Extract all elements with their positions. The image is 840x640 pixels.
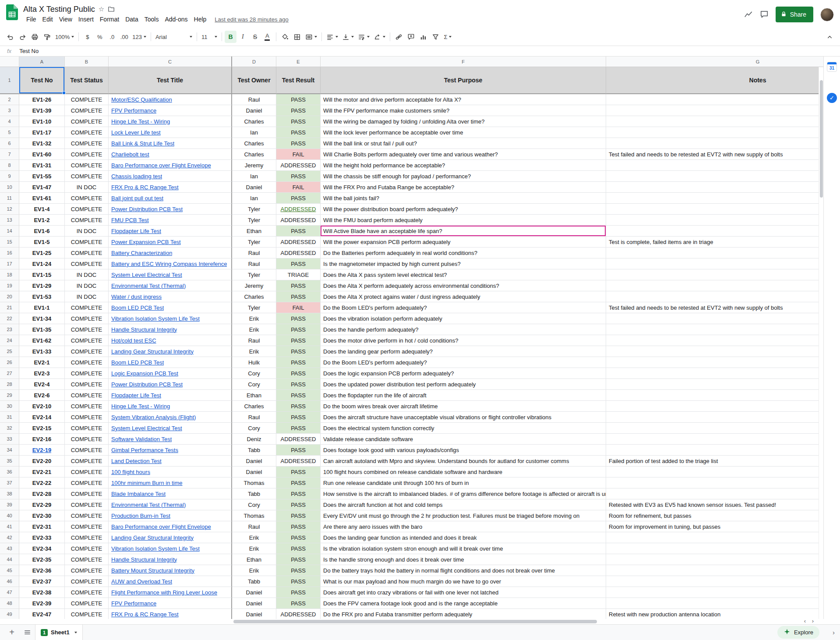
cell-test-status[interactable]: COMPLETE bbox=[65, 193, 109, 204]
cell-test-title[interactable]: Environmental Test (Thermal) bbox=[109, 499, 232, 510]
cell-test-purpose[interactable]: Will the ball link or strut fail / pull … bbox=[321, 138, 606, 149]
cell-test-result[interactable]: PASS bbox=[276, 521, 321, 532]
cell-test-title[interactable]: Power Distribution PCB Test bbox=[109, 379, 232, 390]
cell-test-purpose[interactable]: Will the wiring be damaged by folding / … bbox=[321, 116, 606, 127]
side-panel-collapse-chevron[interactable]: › bbox=[833, 629, 835, 636]
row-number[interactable]: 7 bbox=[0, 149, 19, 160]
vertical-scrollbar[interactable] bbox=[819, 67, 823, 619]
cell-test-purpose[interactable]: Will the FPV performance make customers … bbox=[321, 105, 606, 116]
cell-test-result[interactable]: ADDRESSED bbox=[276, 434, 321, 445]
row-number[interactable]: 25 bbox=[0, 346, 19, 357]
row-number[interactable]: 40 bbox=[0, 510, 19, 521]
cell-test-owner[interactable]: Daniel bbox=[232, 467, 276, 477]
cell-test-purpose[interactable]: Do the battery trays hold the battery in… bbox=[321, 565, 606, 576]
vertical-scrollbar-thumb[interactable] bbox=[820, 80, 823, 198]
cell-test-no[interactable]: EV2-22 bbox=[19, 477, 65, 488]
cell-test-purpose[interactable]: Is the handle strong enough and does it … bbox=[321, 554, 606, 565]
cell-test-no[interactable]: EV1-26 bbox=[19, 94, 65, 105]
cell-test-status[interactable]: COMPLETE bbox=[65, 160, 109, 171]
cell-test-status[interactable]: COMPLETE bbox=[65, 445, 109, 456]
row-number[interactable]: 21 bbox=[0, 302, 19, 313]
cell-test-purpose[interactable]: Are there any aero issues with the baro bbox=[321, 521, 606, 532]
cell-test-title[interactable]: 100hr minimum Burn in time bbox=[109, 477, 232, 488]
cell-test-no[interactable]: EV1-55 bbox=[19, 171, 65, 182]
add-sheet-button[interactable]: + bbox=[4, 626, 19, 639]
cell-notes[interactable] bbox=[606, 543, 823, 554]
share-button[interactable]: Share bbox=[776, 7, 813, 22]
cell-test-purpose[interactable]: Will the lock lever performance be accep… bbox=[321, 127, 606, 138]
cell-notes[interactable] bbox=[606, 105, 823, 116]
header-cell-F[interactable]: Test Purpose bbox=[321, 67, 606, 94]
cell-test-status[interactable]: COMPLETE bbox=[65, 204, 109, 215]
cell-test-purpose[interactable]: Does the updated power distribution test… bbox=[321, 379, 606, 390]
move-folder-icon[interactable] bbox=[108, 6, 115, 13]
insert-link-button[interactable] bbox=[393, 31, 405, 43]
cell-test-owner[interactable]: Tyler bbox=[232, 269, 276, 280]
merge-cells-button[interactable] bbox=[304, 31, 319, 43]
cell-test-title[interactable]: Power Expansion PCB Test bbox=[109, 237, 232, 248]
cell-notes[interactable] bbox=[606, 412, 823, 423]
row-number[interactable]: 16 bbox=[0, 248, 19, 258]
fill-color-button[interactable] bbox=[279, 31, 291, 43]
cell-notes[interactable] bbox=[606, 193, 823, 204]
test-title-link[interactable]: Hot/cold test ESC bbox=[111, 337, 156, 344]
cell-test-no[interactable]: EV2-37 bbox=[19, 576, 65, 587]
header-cell-E[interactable]: Test Result bbox=[276, 67, 321, 94]
row-number[interactable]: 43 bbox=[0, 543, 19, 554]
cell-notes[interactable] bbox=[606, 357, 823, 368]
cell-test-purpose[interactable]: Does the landing gear perform adequately… bbox=[321, 346, 606, 357]
cell-test-result[interactable]: PASS bbox=[276, 324, 321, 335]
row-number[interactable]: 18 bbox=[0, 269, 19, 280]
cell-test-title[interactable]: 100 flight hours bbox=[109, 467, 232, 477]
cell-test-purpose[interactable]: How senstive is the aircraft to imbalanc… bbox=[321, 488, 606, 499]
cell-test-title[interactable]: AUW and Overload Test bbox=[109, 576, 232, 587]
cell-test-title[interactable]: FRX Pro & RC Range Test bbox=[109, 182, 232, 193]
cell-test-result[interactable]: ADDRESSED bbox=[276, 248, 321, 258]
cell-test-purpose[interactable]: Will the motor and drive perform accepta… bbox=[321, 94, 606, 105]
cell-test-owner[interactable]: Daniel bbox=[232, 105, 276, 116]
cell-test-title[interactable]: Ball Link & Strut Life Test bbox=[109, 138, 232, 149]
cell-notes[interactable] bbox=[606, 346, 823, 357]
sheet-tab[interactable]: 1 Sheet1 bbox=[35, 625, 83, 640]
horizontal-align-button[interactable] bbox=[325, 31, 340, 43]
cell-test-result[interactable]: PASS bbox=[276, 226, 321, 237]
scroll-right-arrow[interactable]: › bbox=[812, 618, 814, 624]
test-title-link[interactable]: Power Distribution PCB Test bbox=[111, 206, 183, 212]
test-title-link[interactable]: Software Validation Test bbox=[111, 436, 172, 442]
cell-test-no[interactable]: EV1-33 bbox=[19, 346, 65, 357]
test-title-link[interactable]: Flight Performance with Ring Lever Loose bbox=[111, 589, 217, 596]
cell-notes[interactable] bbox=[606, 138, 823, 149]
row-number[interactable]: 20 bbox=[0, 291, 19, 302]
row-number[interactable]: 4 bbox=[0, 116, 19, 127]
cell-test-title[interactable]: Flight Performance with Ring Lever Loose bbox=[109, 587, 232, 598]
cell-notes[interactable]: Retested with EV3 as EV5 had known senso… bbox=[606, 499, 823, 510]
row-number[interactable]: 5 bbox=[0, 127, 19, 138]
menu-view[interactable]: View bbox=[56, 15, 75, 23]
cell-test-owner[interactable]: Cory bbox=[232, 379, 276, 390]
cell-test-owner[interactable]: Ethan bbox=[232, 390, 276, 401]
cell-test-owner[interactable]: Tyler bbox=[232, 237, 276, 248]
cell-test-no[interactable]: EV2-31 bbox=[19, 521, 65, 532]
row-number[interactable]: 12 bbox=[0, 204, 19, 215]
cell-test-status[interactable]: IN DOC bbox=[65, 226, 109, 237]
cell-notes[interactable] bbox=[606, 94, 823, 105]
cell-test-owner[interactable]: Daniel bbox=[232, 587, 276, 598]
cell-test-title[interactable]: System Vibration Analysis (Flight) bbox=[109, 412, 232, 423]
row-number[interactable]: 14 bbox=[0, 226, 19, 237]
cell-test-title[interactable]: Battery Mount Structural Integrity bbox=[109, 565, 232, 576]
menu-edit[interactable]: Edit bbox=[39, 15, 56, 23]
cell-test-result[interactable]: ADDRESSED bbox=[276, 609, 321, 619]
cell-notes[interactable]: Failed portion of test added to the tria… bbox=[606, 456, 823, 467]
cell-test-owner[interactable]: Daniel bbox=[232, 456, 276, 467]
cell-test-status[interactable]: COMPLETE bbox=[65, 510, 109, 521]
row-number[interactable]: 39 bbox=[0, 499, 19, 510]
cell-test-owner[interactable]: Tyler bbox=[232, 302, 276, 313]
row-number[interactable]: 28 bbox=[0, 379, 19, 390]
cell-test-purpose[interactable]: Will the height hold performance be acce… bbox=[321, 160, 606, 171]
cell-test-no[interactable]: EV1-1 bbox=[19, 302, 65, 313]
test-title-link[interactable]: 100hr minimum Burn in time bbox=[111, 480, 183, 486]
cell-test-purpose[interactable]: Does the motor drive perform in hot / co… bbox=[321, 335, 606, 346]
test-title-link[interactable]: Water / dust ingress bbox=[111, 293, 162, 300]
cell-test-title[interactable]: FPV Performance bbox=[109, 105, 232, 116]
cell-test-result[interactable]: FAIL bbox=[276, 182, 321, 193]
